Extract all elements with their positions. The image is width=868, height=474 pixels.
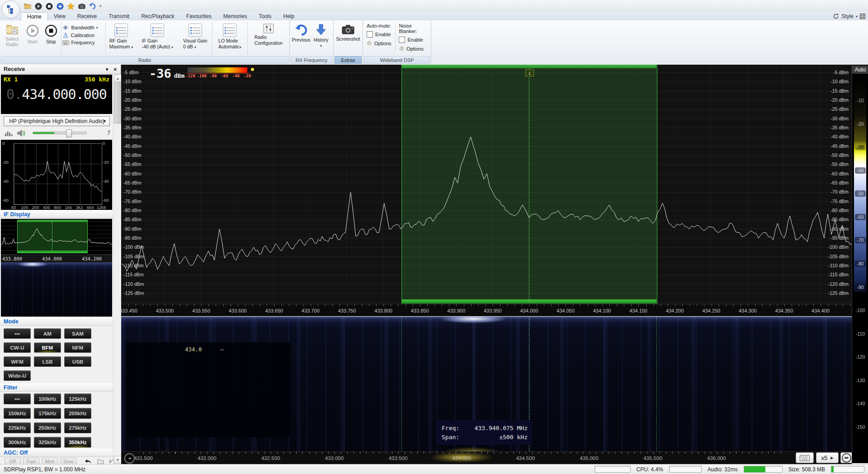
mode-button[interactable]: USB [64, 356, 91, 367]
ribbon-tab[interactable]: Home [21, 12, 48, 21]
screenshot-button[interactable]: Screenshot [335, 21, 362, 42]
group-caption-rx-frequency[interactable]: RX Frequency [291, 56, 332, 64]
waterfall-display[interactable]: 434.0 – Freq:433.940.075 MHz Span:±500 k… [121, 317, 852, 451]
filter-button[interactable]: 325kHz [34, 437, 61, 448]
frequency-button[interactable]: Frequency [62, 40, 104, 45]
frequency-keyboard-button[interactable] [796, 452, 814, 463]
sdr-console-window: ▾ HomeViewReceiveTransmitRec/PlaybackFav… [0, 0, 868, 474]
if-display-header[interactable]: IF Display▲ [0, 210, 121, 218]
mode-button[interactable]: CW-U [4, 342, 31, 353]
ribbon-tab[interactable]: Favourites [180, 12, 217, 20]
audio-device-select[interactable]: HP (Périphérique High Definition Audio)▼ [4, 116, 110, 126]
favourite-star-icon[interactable] [67, 2, 75, 10]
speaker-icon[interactable] [17, 129, 26, 137]
mode-button[interactable]: ••• [4, 328, 31, 339]
filter-button[interactable]: 175kHz [34, 408, 61, 419]
color-scale-auto-label[interactable]: Auto [852, 66, 868, 74]
auto-mute-enable-checkbox[interactable]: Enable [367, 31, 392, 38]
ribbon-tab[interactable]: Transmit [103, 12, 135, 20]
app-menu-button[interactable] [2, 0, 20, 19]
scrollbar-thumb[interactable] [114, 82, 122, 123]
volume-slider[interactable] [33, 132, 87, 134]
equalizer-icon[interactable] [5, 129, 13, 137]
spectrum-frequency-axis[interactable]: 433.450433.500433.550433.600433.650433.7… [121, 304, 852, 316]
stop-icon[interactable] [45, 2, 53, 10]
waterfall-bookmark-region[interactable]: 434.0 – [126, 342, 291, 437]
filter-header[interactable]: Filter▲ [0, 384, 121, 392]
play-icon[interactable] [34, 2, 42, 10]
left-panel-scrollbar[interactable]: ▲ ▼ [113, 74, 121, 464]
mode-button[interactable]: AM [34, 328, 61, 339]
ribbon-tab[interactable]: View [48, 12, 71, 20]
if-gain-button[interactable]: IF Gain-40 dB (Auto) ▾ [136, 21, 179, 49]
history-button[interactable]: History▾ [311, 21, 330, 48]
radio-configuration-button[interactable]: RadioConfiguration [249, 21, 288, 46]
mode-button[interactable]: Wide-U [4, 370, 31, 381]
scroll-up-icon[interactable]: ▲ [114, 75, 122, 82]
mode-header[interactable]: Mode▲ [0, 318, 121, 326]
group-caption-radio[interactable]: Radio [1, 56, 288, 64]
group-caption-wideband-dsp[interactable]: Wideband DSP [364, 56, 430, 64]
filter-button[interactable]: 350kHz [64, 437, 91, 448]
mode-button[interactable]: LSB [34, 356, 61, 367]
mode-button[interactable]: BFM [34, 342, 61, 353]
camera-icon[interactable] [78, 2, 85, 10]
layout-grid-icon[interactable] [860, 14, 865, 19]
filter-button[interactable]: 100kHz [34, 393, 61, 404]
panel-close-icon[interactable]: ✕ [113, 67, 117, 72]
folder-small-icon[interactable] [97, 459, 104, 464]
filter-button[interactable]: 125kHz [64, 393, 91, 404]
stop-button[interactable]: Stop [42, 21, 60, 44]
ribbon-tab[interactable]: Receive [71, 12, 103, 20]
main-spectrum-display[interactable]: 1 -5 dBm-10 dBm-15 dBm-20 dBm-25 dBm-30 … [121, 65, 852, 304]
quick-access-dropdown-icon[interactable]: ▾ [99, 4, 101, 8]
filter-button[interactable]: 150kHz [4, 408, 31, 419]
filter-button[interactable]: 300kHz [4, 437, 31, 448]
waterfall-frequency-axis[interactable]: 431.500432.000432.500433.000433.500434.0… [121, 451, 852, 465]
noise-blanker-options-button[interactable]: ⚙Options [399, 46, 427, 52]
waterfall-color-scale[interactable]: Auto -10-20-30-40-50-60-70-80-90-100-110… [852, 65, 868, 463]
back-arrow-icon[interactable] [85, 459, 92, 464]
filter-button[interactable]: 200kHz [64, 408, 91, 419]
folder-icon[interactable] [24, 2, 31, 10]
auto-mute-options-button[interactable]: ⚙Options [367, 40, 392, 46]
panel-dropdown-icon[interactable]: ▼ [105, 67, 109, 72]
calibration-button[interactable]: Calibration [62, 32, 104, 38]
frequency-digits[interactable]: 0.434.000.000 [1, 86, 112, 102]
visual-gain-button[interactable]: Visual Gain0 dB ▾ [179, 21, 212, 49]
fast-forward-button[interactable]: ▶▶ [840, 452, 853, 463]
add-icon[interactable] [56, 2, 64, 10]
rf-gain-button[interactable]: RF GainMaximum ▾ [107, 21, 136, 49]
bandwidth-button[interactable]: Bandwidth▾ [62, 25, 104, 30]
agc-header[interactable]: AGC: Off▲ [0, 449, 121, 457]
style-refresh-icon[interactable] [833, 13, 839, 19]
lo-mode-button[interactable]: LO ModeAutomatic▾ [213, 21, 246, 49]
start-button[interactable]: Start [23, 21, 42, 44]
style-label[interactable]: Style [841, 13, 854, 19]
ribbon-tab[interactable]: Rec/Playback [135, 12, 180, 20]
if-display-plot[interactable] [1, 219, 112, 255]
undo-icon[interactable] [89, 2, 96, 10]
frequency-display[interactable]: RX 1 350 kHz 0.434.000.000 [1, 75, 112, 114]
receive-panel-header[interactable]: Receive ▼✕ [0, 65, 121, 74]
volume-slider-handle[interactable] [66, 129, 72, 137]
previous-button[interactable]: Previous [291, 21, 311, 43]
ribbon-tab[interactable]: Tools [253, 12, 278, 20]
style-dropdown-icon[interactable]: ▾ [856, 14, 858, 19]
mode-button[interactable]: NFM [64, 342, 91, 353]
filter-button[interactable]: 250kHz [34, 422, 61, 433]
filter-button[interactable]: 225kHz [4, 422, 31, 433]
ribbon-tab[interactable]: Memories [217, 12, 253, 20]
filter-button[interactable]: ••• [4, 393, 31, 404]
filter-button[interactable]: 275kHz [64, 422, 91, 433]
marker-1-flag[interactable]: 1 [525, 69, 534, 76]
scroll-band-left-button[interactable]: ◄ [124, 453, 135, 464]
scroll-down-icon[interactable]: ▼ [114, 456, 122, 464]
group-caption-extras[interactable]: Extras [335, 56, 362, 64]
waterfall-zoom-button[interactable]: x5▶ [816, 452, 839, 463]
noise-blanker-enable-checkbox[interactable]: Enable [399, 37, 427, 43]
select-radio-button[interactable]: SelectRadio [1, 21, 23, 47]
ribbon-tab[interactable]: Help [278, 12, 301, 20]
mode-button[interactable]: SAM [64, 328, 91, 339]
mode-button[interactable]: WFM [4, 356, 31, 367]
